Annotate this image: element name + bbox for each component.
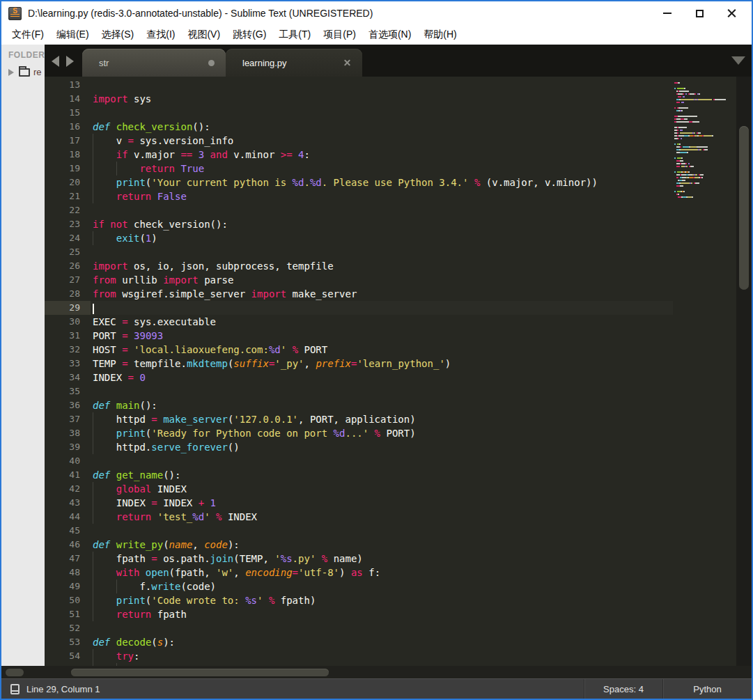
code-line[interactable]: 14import sys bbox=[45, 92, 673, 106]
code-line[interactable]: 34INDEX = 0 bbox=[45, 371, 673, 384]
line-number: 53 bbox=[45, 635, 91, 649]
line-number: 20 bbox=[45, 176, 91, 189]
tab-overflow-button[interactable] bbox=[729, 53, 747, 68]
code-line[interactable]: 16def check_version(): bbox=[45, 120, 673, 134]
code-line[interactable]: 36def main(): bbox=[45, 398, 673, 412]
line-number: 33 bbox=[45, 357, 91, 371]
line-text: def main(): bbox=[91, 398, 673, 412]
code-line[interactable]: 17 v = sys.version_info bbox=[45, 134, 673, 148]
code-line[interactable]: 44 return 'test_%d' % INDEX bbox=[45, 510, 673, 524]
code-line[interactable]: 15 bbox=[45, 106, 673, 120]
line-number: 22 bbox=[45, 203, 91, 217]
code-line[interactable]: 30EXEC = sys.executable bbox=[45, 315, 673, 329]
code-line[interactable]: 24 exit(1) bbox=[45, 231, 673, 245]
vertical-scrollbar[interactable] bbox=[736, 77, 752, 666]
tab-scroll-left-icon[interactable] bbox=[52, 56, 59, 67]
code-line[interactable]: 48 with open(fpath, 'w', encoding='utf-8… bbox=[45, 566, 673, 580]
tab-close-icon[interactable] bbox=[343, 59, 351, 67]
code-line[interactable]: 51 return fpath bbox=[45, 607, 673, 621]
tab-learning-py[interactable]: learning.py bbox=[226, 49, 362, 77]
code-line[interactable]: 43 INDEX = INDEX + 1 bbox=[45, 496, 673, 510]
code-line[interactable]: 21 return False bbox=[45, 189, 673, 203]
line-text: print('Your current python is %d.%d. Ple… bbox=[91, 176, 673, 189]
code-line[interactable]: 54 try: bbox=[45, 649, 673, 663]
menu-item-find[interactable]: 查找(I) bbox=[140, 26, 181, 44]
sidebar: FOLDERS re bbox=[1, 45, 45, 666]
menu-item-help[interactable]: 帮助(H) bbox=[417, 26, 463, 44]
horizontal-scrollbar-thumb[interactable] bbox=[71, 669, 329, 676]
close-button[interactable] bbox=[715, 3, 747, 24]
status-right: Spaces: 4 Python bbox=[584, 679, 752, 699]
code-line[interactable]: 23if not check_version(): bbox=[45, 217, 673, 231]
code-line[interactable]: 46def write_py(name, code): bbox=[45, 538, 673, 552]
line-text: return fpath bbox=[91, 607, 673, 621]
code-line[interactable]: 45 bbox=[45, 524, 673, 538]
code-line[interactable]: 50 print('Code wrote to: %s' % fpath) bbox=[45, 593, 673, 607]
code-area[interactable]: 1314import sys1516def check_version():17… bbox=[45, 78, 673, 666]
code-line[interactable]: 42 global INDEX bbox=[45, 482, 673, 496]
code-line[interactable]: 13 bbox=[45, 78, 673, 92]
code-line[interactable]: 47 fpath = os.path.join(TEMP, '%s.py' % … bbox=[45, 552, 673, 566]
line-text: print('Ready for Python code on port %d.… bbox=[91, 426, 673, 440]
code-line[interactable]: 25 bbox=[45, 245, 673, 259]
tab-overflow-icon bbox=[731, 56, 745, 65]
sublime-logo-icon: S bbox=[8, 7, 22, 20]
code-line[interactable]: 28from wsgiref.simple_server import make… bbox=[45, 287, 673, 301]
code-line[interactable]: 20 print('Your current python is %d.%d. … bbox=[45, 176, 673, 189]
maximize-button[interactable] bbox=[683, 3, 715, 24]
code-line[interactable]: 19 return True bbox=[45, 162, 673, 176]
code-line[interactable]: 49 f.write(code) bbox=[45, 580, 673, 593]
code-line[interactable]: 22 bbox=[45, 203, 673, 217]
code-line[interactable]: 32HOST = 'local.liaoxuefeng.com:%d' % PO… bbox=[45, 343, 673, 357]
line-number: 46 bbox=[45, 538, 91, 552]
menu-item-view[interactable]: 视图(V) bbox=[181, 26, 226, 44]
line-text: exit(1) bbox=[91, 231, 673, 245]
code-line[interactable]: 18 if v.major == 3 and v.minor >= 4: bbox=[45, 148, 673, 162]
line-text: print('Code wrote to: %s' % fpath) bbox=[91, 593, 673, 607]
tab-str[interactable]: str bbox=[82, 49, 226, 77]
tab-nav bbox=[45, 56, 82, 77]
expand-arrow-icon[interactable] bbox=[8, 69, 14, 76]
minimap[interactable] bbox=[674, 79, 734, 666]
code-line[interactable]: 41def get_name(): bbox=[45, 468, 673, 482]
title-bar: S D:\learning.py (redis-3.0-annotated-un… bbox=[1, 1, 752, 25]
code-line[interactable]: 37 httpd = make_server('127.0.0.1', PORT… bbox=[45, 412, 673, 426]
menu-item-selection[interactable]: 选择(S) bbox=[95, 26, 141, 44]
line-text: from wsgiref.simple_server import make_s… bbox=[91, 287, 673, 301]
syntax-selector-button[interactable]: Python bbox=[662, 679, 752, 699]
menu-item-tools[interactable]: 工具(T) bbox=[272, 26, 317, 44]
menu-item-edit[interactable]: 编辑(E) bbox=[50, 26, 95, 44]
menu-item-goto[interactable]: 跳转(G) bbox=[226, 26, 272, 44]
menu-item-file[interactable]: 文件(F) bbox=[6, 26, 50, 44]
folder-icon bbox=[19, 68, 30, 77]
code-line[interactable]: 40 bbox=[45, 454, 673, 468]
code-line[interactable]: 31PORT = 39093 bbox=[45, 329, 673, 343]
code-line[interactable]: 35 bbox=[45, 384, 673, 398]
tab-scroll-right-icon[interactable] bbox=[66, 56, 74, 67]
line-number: 21 bbox=[45, 189, 91, 203]
sidebar-scrollbar-thumb[interactable] bbox=[6, 669, 24, 676]
code-line[interactable]: 29 bbox=[45, 301, 673, 315]
code-line[interactable]: 52 bbox=[45, 621, 673, 635]
cursor-position-label: Line 29, Column 1 bbox=[26, 684, 100, 694]
main-area: FOLDERS re strlearning.py 1314import sys… bbox=[1, 45, 752, 666]
code-line[interactable]: 39 httpd.serve_forever() bbox=[45, 440, 673, 454]
line-number: 16 bbox=[45, 120, 91, 134]
line-number: 40 bbox=[45, 454, 91, 468]
vertical-scrollbar-thumb[interactable] bbox=[739, 126, 749, 290]
line-number: 13 bbox=[45, 78, 91, 92]
indent-settings-button[interactable]: Spaces: 4 bbox=[584, 679, 662, 699]
code-line[interactable]: 27from urllib import parse bbox=[45, 273, 673, 287]
code-line[interactable]: 53def decode(s): bbox=[45, 635, 673, 649]
menu-item-project[interactable]: 项目(P) bbox=[317, 26, 362, 44]
code-line[interactable]: 33TEMP = tempfile.mkdtemp(suffix='_py', … bbox=[45, 357, 673, 371]
horizontal-scrollbar[interactable] bbox=[1, 666, 752, 678]
sidebar-item-folder[interactable]: re bbox=[8, 67, 45, 77]
code-line[interactable]: 26import os, io, json, subprocess, tempf… bbox=[45, 259, 673, 273]
code-line[interactable]: 38 print('Ready for Python code on port … bbox=[45, 426, 673, 440]
panel-toggle-icon[interactable] bbox=[10, 684, 20, 694]
line-number: 42 bbox=[45, 482, 91, 496]
editor[interactable]: 1314import sys1516def check_version():17… bbox=[45, 77, 752, 666]
minimize-button[interactable] bbox=[651, 3, 683, 24]
menu-item-preferences[interactable]: 首选项(N) bbox=[362, 26, 417, 44]
